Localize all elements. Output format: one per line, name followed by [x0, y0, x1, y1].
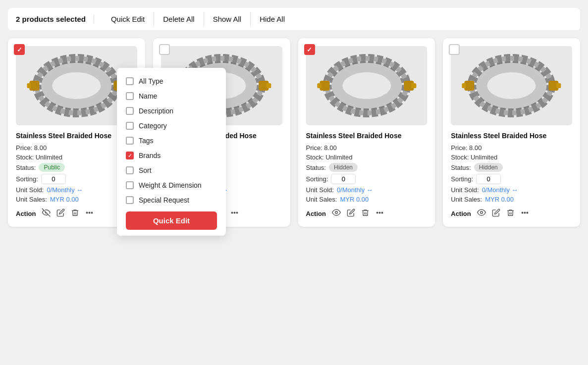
svg-point-21 — [232, 212, 233, 213]
dropdown-item-category[interactable]: Category — [117, 118, 226, 133]
svg-point-23 — [237, 212, 238, 213]
dropdown-item-tags[interactable]: Tags — [117, 133, 226, 148]
dropdown-checkbox-all_type[interactable] — [126, 77, 134, 85]
svg-point-32 — [335, 211, 338, 214]
product-checkbox[interactable] — [449, 44, 460, 55]
svg-point-45 — [522, 212, 523, 213]
svg-point-11 — [92, 212, 93, 213]
product-image — [306, 46, 428, 125]
sorting-label: Sorting: — [16, 175, 38, 183]
more-options-icon[interactable] — [521, 209, 529, 219]
status-label: Status: — [16, 164, 36, 171]
product-checkbox[interactable]: ✓ — [14, 44, 25, 55]
dropdown-item-special_request[interactable]: Special Request — [117, 193, 226, 208]
edit-icon[interactable] — [492, 209, 500, 219]
quick-edit-dropdown: All Type Name Description Category — [117, 68, 226, 236]
delete-icon[interactable] — [506, 209, 515, 219]
unit-sales-row: Unit Sales: MYR 0.00 — [451, 196, 572, 203]
edit-icon[interactable] — [56, 209, 65, 219]
sorting-input[interactable] — [476, 174, 501, 184]
dropdown-item-label-weight_dimension: Weight & Dimension — [139, 181, 202, 189]
product-card: Stainless Steel Braided Hose Price: 8.00… — [443, 38, 580, 227]
dropdown-item-weight_dimension[interactable]: Weight & Dimension — [117, 178, 226, 193]
action-row: Action — [451, 208, 572, 219]
unit-sales-value: MYR 0.00 — [340, 196, 369, 203]
product-price: Price: 8.00 — [451, 144, 572, 152]
svg-point-46 — [524, 212, 525, 213]
action-row: Action — [306, 208, 428, 219]
toolbar: 2 products selected Quick Edit Delete Al… — [8, 8, 580, 30]
dropdown-checkbox-category[interactable] — [126, 122, 134, 130]
more-options-icon[interactable] — [85, 209, 94, 219]
dropdown-item-label-name: Name — [139, 92, 157, 100]
unit-sold-link[interactable]: 0/Monthly ↔ — [482, 186, 518, 194]
sorting-input[interactable] — [41, 174, 66, 184]
product-checkbox[interactable]: ✓ — [304, 44, 315, 55]
hide-icon[interactable] — [42, 208, 51, 219]
action-label: Action — [451, 210, 471, 217]
status-badge: Public — [39, 163, 65, 172]
unit-sales-value: MYR 0.00 — [50, 196, 79, 203]
products-grid: ✓ Stainless Steel Braided Hose Price: 8.… — [8, 38, 580, 227]
svg-rect-40 — [462, 83, 466, 88]
dropdown-item-label-sort: Sort — [139, 166, 152, 174]
product-stock: Stock: Unlimited — [306, 154, 428, 161]
svg-point-22 — [234, 212, 235, 213]
svg-point-35 — [381, 212, 382, 213]
dropdown-checkbox-sort[interactable] — [126, 166, 134, 174]
product-sorting-row: Sorting: — [451, 174, 572, 184]
dropdown-item-label-brands: Brands — [139, 152, 160, 159]
dropdown-item-sort[interactable]: Sort — [117, 163, 226, 178]
dropdown-checkbox-description[interactable] — [126, 107, 134, 115]
dropdown-item-description[interactable]: Description — [117, 104, 226, 118]
product-stock: Stock: Unlimited — [451, 154, 572, 161]
dropdown-checkbox-brands[interactable]: ✓ — [126, 152, 134, 159]
sorting-label: Sorting: — [451, 175, 473, 183]
dropdown-checkbox-tags[interactable] — [126, 137, 134, 145]
unit-sales-label: Unit Sales: — [16, 196, 47, 203]
dropdown-item-name[interactable]: Name — [117, 89, 226, 104]
unit-sold-row: Unit Sold: 0/Monthly ↔ — [306, 186, 428, 194]
dropdown-item-label-tags: Tags — [139, 137, 154, 145]
dropdown-item-all_type[interactable]: All Type — [117, 74, 226, 89]
selected-count: 2 products selected — [16, 15, 94, 23]
svg-point-9 — [87, 212, 88, 213]
delete-icon[interactable] — [361, 209, 370, 219]
dropdown-checkbox-special_request[interactable] — [126, 196, 134, 204]
view-icon[interactable] — [332, 208, 341, 219]
dropdown-item-label-description: Description — [139, 107, 173, 115]
dropdown-checkbox-name[interactable] — [126, 92, 134, 100]
more-options-icon[interactable] — [375, 209, 384, 219]
svg-point-47 — [527, 212, 528, 213]
delete-all-button[interactable]: Delete All — [154, 12, 204, 26]
show-all-button[interactable]: Show All — [204, 12, 251, 26]
product-checkbox[interactable] — [159, 44, 170, 55]
product-title: Stainless Steel Braided Hose — [306, 131, 428, 140]
hide-all-button[interactable]: Hide All — [251, 12, 294, 26]
edit-icon[interactable] — [347, 209, 355, 219]
status-badge: Hidden — [329, 163, 358, 172]
status-label: Status: — [306, 164, 326, 171]
toolbar-actions: Quick Edit Delete All Show All Hide All — [102, 12, 294, 26]
view-icon[interactable] — [477, 208, 486, 219]
svg-rect-4 — [27, 83, 31, 88]
unit-sold-label: Unit Sold: — [16, 186, 44, 194]
unit-sales-label: Unit Sales: — [451, 196, 482, 203]
sorting-input[interactable] — [331, 174, 356, 184]
dropdown-checkbox-weight_dimension[interactable] — [126, 181, 134, 189]
svg-point-33 — [376, 212, 377, 213]
unit-sold-link[interactable]: 0/Monthly ↔ — [47, 186, 83, 194]
svg-rect-30 — [411, 83, 416, 88]
product-status-row: Status: Hidden — [451, 163, 572, 172]
svg-point-44 — [480, 211, 482, 214]
delete-icon[interactable] — [71, 209, 79, 219]
product-sorting-row: Sorting: — [306, 174, 428, 184]
more-options-icon[interactable] — [230, 209, 239, 219]
quick-edit-toolbar-button[interactable]: Quick Edit — [102, 12, 154, 26]
dropdown-item-brands[interactable]: ✓ Brands — [117, 148, 226, 163]
unit-sold-link[interactable]: 0/Monthly ↔ — [337, 186, 373, 194]
product-price: Price: 8.00 — [306, 144, 428, 152]
quick-edit-dropdown-button[interactable]: Quick Edit — [126, 211, 217, 230]
svg-rect-18 — [266, 83, 271, 88]
product-card: ✓ Stainless Steel Braided Hose Price: 8.… — [298, 38, 435, 227]
